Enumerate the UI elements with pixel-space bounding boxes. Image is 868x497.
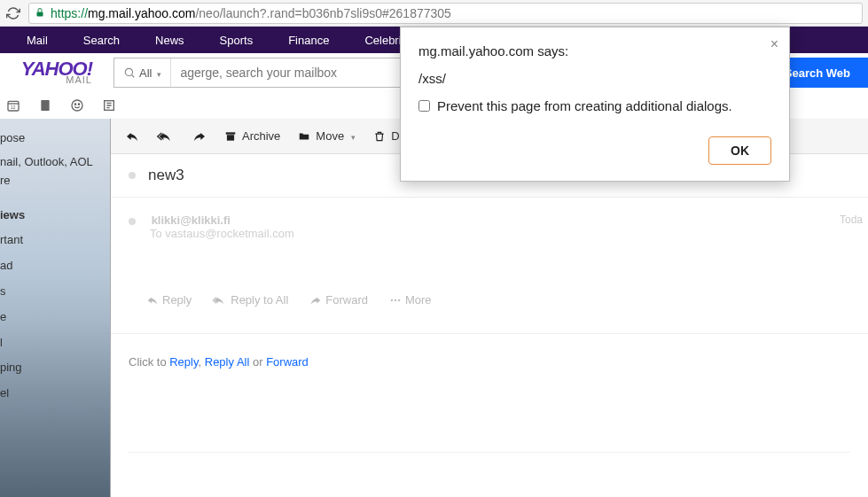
svg-point-7 — [78, 104, 79, 105]
nav-mail[interactable]: Mail — [27, 34, 48, 47]
yahoo-mail-logo[interactable]: YAHOO! MAIL — [4, 61, 92, 84]
unread-dot-icon — [129, 172, 136, 179]
forward-action[interactable]: Forward — [309, 293, 368, 307]
nav-finance[interactable]: Finance — [288, 34, 329, 47]
js-alert-dialog: × mg.mail.yahoo.com says: /xss/ Prevent … — [400, 27, 790, 182]
reload-icon[interactable] — [5, 5, 21, 21]
emoji-icon[interactable] — [69, 97, 85, 113]
news-icon[interactable] — [101, 97, 117, 113]
svg-point-11 — [391, 299, 393, 300]
reply-link[interactable]: Reply — [169, 355, 198, 369]
lock-icon — [35, 6, 45, 20]
search-scope-label: All — [139, 66, 152, 80]
forward-icon[interactable] — [192, 129, 207, 144]
archive-button[interactable]: Archive — [224, 129, 280, 143]
inline-action-bar: Reply Reply to All Forward More — [146, 293, 850, 307]
reply-all-icon[interactable] — [157, 129, 175, 144]
dialog-message: /xss/ — [418, 71, 771, 86]
sidebar-item[interactable]: l — [0, 330, 110, 356]
svg-point-13 — [398, 299, 400, 300]
sidebar-item[interactable]: ping — [0, 355, 110, 381]
sidebar-item[interactable]: e — [0, 305, 110, 330]
sidebar-import[interactable]: nail, Outlook, AOL re — [0, 150, 110, 194]
reply-action[interactable]: Reply — [146, 293, 192, 307]
nav-search[interactable]: Search — [83, 34, 120, 47]
message-header: klikki@klikki.fi To vastaus@rocketmail.c… — [111, 197, 868, 324]
svg-point-12 — [395, 299, 396, 300]
reply-all-action[interactable]: Reply to All — [213, 293, 288, 307]
reply-all-link[interactable]: Reply All — [205, 355, 250, 369]
nav-sports[interactable]: Sports — [220, 34, 254, 47]
dialog-title: mg.mail.yahoo.com says: — [418, 43, 771, 58]
svg-rect-4 — [41, 100, 49, 111]
prevent-dialogs-checkbox[interactable]: Prevent this page from creating addition… — [418, 98, 771, 113]
svg-point-5 — [72, 100, 82, 111]
svg-rect-0 — [37, 12, 43, 16]
svg-rect-10 — [227, 135, 234, 140]
url-host: mg.mail.yahoo.com — [88, 6, 195, 20]
url-protocol: https:// — [51, 6, 88, 20]
chevron-down-icon — [155, 66, 161, 80]
prevent-checkbox-input[interactable] — [418, 100, 430, 112]
svg-text:12: 12 — [11, 105, 16, 110]
browser-url-bar: https://mg.mail.yahoo.com/neo/launch?.ra… — [0, 0, 868, 27]
svg-point-1 — [125, 68, 132, 75]
sidebar: pose nail, Outlook, AOL re iews rtant ad… — [0, 119, 111, 497]
svg-rect-9 — [226, 132, 236, 134]
calendar-icon[interactable]: 12 — [5, 97, 21, 113]
more-action[interactable]: More — [389, 293, 432, 307]
move-button[interactable]: Move — [298, 129, 356, 143]
search-scope-dropdown[interactable]: All — [114, 58, 171, 87]
nav-news[interactable]: News — [155, 34, 184, 47]
sender-address[interactable]: klikki@klikki.fi — [152, 214, 231, 227]
close-icon[interactable]: × — [770, 36, 778, 52]
compose-button[interactable]: pose — [0, 126, 110, 150]
sidebar-item[interactable]: s — [0, 279, 110, 305]
url-field[interactable]: https://mg.mail.yahoo.com/neo/launch?.ra… — [28, 3, 863, 24]
recipient-line: To vastaus@rocketmail.com — [150, 227, 850, 240]
forward-link[interactable]: Forward — [266, 355, 309, 369]
notepad-icon[interactable] — [37, 97, 53, 113]
sidebar-views-header: iews — [0, 203, 110, 229]
ok-button[interactable]: OK — [708, 136, 771, 165]
divider — [129, 452, 850, 453]
unread-dot-icon — [129, 218, 136, 225]
email-subject: new3 — [148, 167, 184, 184]
sidebar-item[interactable]: rtant — [0, 228, 110, 253]
reply-prompt: Click to Reply, Reply All or Forward — [111, 333, 868, 390]
message-date: Toda — [840, 214, 863, 226]
chevron-down-icon — [349, 129, 356, 143]
reply-icon[interactable] — [125, 129, 139, 144]
svg-point-6 — [74, 104, 75, 105]
sidebar-item[interactable]: ad — [0, 253, 110, 279]
url-path: /neo/launch?.rand=b036nb7sli9s0#26187730… — [195, 6, 450, 20]
recipient-address[interactable]: vastaus@rocketmail.com — [165, 227, 293, 240]
search-icon — [123, 66, 136, 79]
sidebar-item[interactable]: el — [0, 381, 110, 407]
logo-sub: MAIL — [66, 76, 92, 84]
